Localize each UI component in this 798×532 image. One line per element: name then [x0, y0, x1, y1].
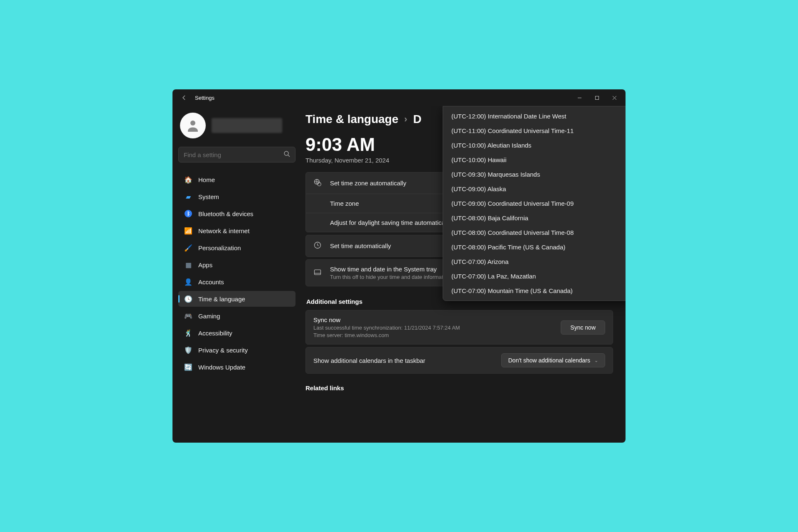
bluetooth-icon: ᛒ — [184, 209, 192, 218]
sync-now-button[interactable]: Sync now — [561, 320, 605, 335]
accessibility-icon: 🕺 — [184, 329, 192, 337]
taskbar-icon — [313, 268, 323, 278]
shield-icon: 🛡️ — [184, 346, 192, 354]
sidebar: 🏠Home ▰System ᛒBluetooth & devices 📶Netw… — [172, 106, 301, 443]
nav-label: Apps — [198, 261, 212, 268]
nav-label: Home — [198, 176, 215, 183]
maximize-button[interactable] — [588, 91, 606, 104]
clock-icon — [313, 241, 323, 251]
user-name-redacted — [212, 118, 282, 133]
chevron-down-icon: ⌄ — [594, 358, 598, 363]
row-additional-calendars: Show additional calendars in the taskbar… — [306, 347, 613, 373]
nav-label: Accounts — [198, 278, 224, 286]
nav-home[interactable]: 🏠Home — [178, 172, 296, 187]
window-controls — [571, 91, 623, 104]
user-profile[interactable] — [180, 113, 296, 138]
calendars-card: Show additional calendars in the taskbar… — [305, 347, 613, 374]
timezone-option[interactable]: (UTC-12:00) International Date Line West — [443, 109, 626, 123]
timezone-option[interactable]: (UTC-11:00) Coordinated Universal Time-1… — [443, 123, 626, 138]
nav-network[interactable]: 📶Network & internet — [178, 223, 296, 239]
timezone-option[interactable]: (UTC-08:00) Pacific Time (US & Canada) — [443, 240, 626, 254]
svg-point-5 — [284, 151, 288, 155]
settings-window: Settings 🏠Home ▰System — [172, 89, 626, 443]
nav-label: Privacy & security — [198, 347, 248, 354]
search-box[interactable] — [178, 147, 296, 163]
row-label: Show additional calendars in the taskbar — [313, 357, 494, 364]
home-icon: 🏠 — [184, 175, 192, 184]
nav-label: Personalization — [198, 244, 241, 251]
window-title: Settings — [195, 95, 571, 101]
sync-last: Last successful time synchronization: 11… — [313, 325, 553, 331]
sync-server: Time server: time.windows.com — [313, 332, 553, 338]
nav-update[interactable]: 🔄Windows Update — [178, 359, 296, 375]
nav-list: 🏠Home ▰System ᛒBluetooth & devices 📶Netw… — [178, 172, 296, 375]
avatar — [180, 113, 206, 138]
breadcrumb-current: D — [413, 113, 421, 126]
nav-label: Time & language — [198, 296, 245, 303]
person-icon: 👤 — [184, 278, 192, 286]
search-input[interactable] — [184, 151, 283, 158]
timezone-option[interactable]: (UTC-07:00) Mountain Time (US & Canada) — [443, 283, 626, 298]
nav-apps[interactable]: ▦Apps — [178, 257, 296, 273]
nav-accounts[interactable]: 👤Accounts — [178, 274, 296, 290]
nav-bluetooth[interactable]: ᛒBluetooth & devices — [178, 206, 296, 222]
svg-line-6 — [288, 155, 290, 157]
breadcrumb-parent[interactable]: Time & language — [305, 113, 399, 126]
nav-label: Windows Update — [198, 364, 245, 371]
row-sync-now: Sync now Last successful time synchroniz… — [306, 310, 613, 344]
related-links-title: Related links — [305, 384, 613, 392]
nav-accessibility[interactable]: 🕺Accessibility — [178, 325, 296, 341]
timezone-option[interactable]: (UTC-08:00) Baja California — [443, 211, 626, 225]
minimize-button[interactable] — [571, 91, 588, 104]
wifi-icon: 📶 — [184, 227, 192, 235]
titlebar: Settings — [172, 89, 626, 106]
main-content: Time & language › D 9:03 AM Thursday, No… — [301, 106, 626, 443]
back-button[interactable] — [181, 94, 187, 101]
brush-icon: 🖌️ — [184, 244, 192, 252]
update-icon: 🔄 — [184, 363, 192, 371]
system-icon: ▰ — [184, 192, 192, 201]
chevron-right-icon: › — [404, 114, 407, 125]
dropdown-value: Don't show additional calendars — [508, 357, 590, 364]
nav-time-language[interactable]: 🕓Time & language — [178, 291, 296, 307]
sync-info: Sync now Last successful time synchroniz… — [313, 316, 553, 338]
clock-globe-icon: 🕓 — [184, 295, 192, 303]
timezone-option[interactable]: (UTC-07:00) Arizona — [443, 254, 626, 269]
nav-label: Bluetooth & devices — [198, 210, 254, 217]
nav-system[interactable]: ▰System — [178, 189, 296, 204]
nav-label: System — [198, 193, 219, 200]
svg-rect-1 — [595, 96, 598, 99]
nav-personalization[interactable]: 🖌️Personalization — [178, 240, 296, 256]
nav-label: Accessibility — [198, 330, 232, 337]
timezone-option[interactable]: (UTC-07:00) La Paz, Mazatlan — [443, 269, 626, 283]
svg-point-8 — [318, 182, 321, 186]
timezone-option[interactable]: (UTC-10:00) Hawaii — [443, 153, 626, 167]
nav-label: Gaming — [198, 313, 220, 320]
nav-label: Network & internet — [198, 227, 249, 234]
close-button[interactable] — [606, 91, 623, 104]
svg-point-4 — [190, 121, 195, 126]
nav-gaming[interactable]: 🎮Gaming — [178, 308, 296, 324]
search-icon — [283, 150, 290, 159]
timezone-option[interactable]: (UTC-08:00) Coordinated Universal Time-0… — [443, 225, 626, 240]
apps-icon: ▦ — [184, 261, 192, 269]
gamepad-icon: 🎮 — [184, 312, 192, 320]
timezone-option[interactable]: (UTC-10:00) Aleutian Islands — [443, 138, 626, 153]
sync-card: Sync now Last successful time synchroniz… — [305, 310, 613, 345]
globe-clock-icon — [313, 178, 323, 188]
timezone-option[interactable]: (UTC-09:30) Marquesas Islands — [443, 167, 626, 182]
timezone-option[interactable]: (UTC-09:00) Alaska — [443, 182, 626, 196]
timezone-option[interactable]: (UTC-09:00) Coordinated Universal Time-0… — [443, 196, 626, 211]
sync-title: Sync now — [313, 316, 553, 323]
svg-rect-10 — [315, 270, 321, 275]
nav-privacy[interactable]: 🛡️Privacy & security — [178, 342, 296, 358]
calendars-dropdown[interactable]: Don't show additional calendars ⌄ — [501, 353, 605, 367]
timezone-dropdown-list[interactable]: (UTC-12:00) International Date Line West… — [443, 106, 626, 301]
